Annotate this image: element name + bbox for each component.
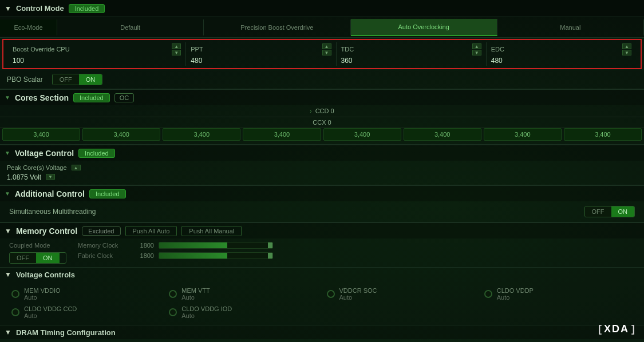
voltage-control-header: ▼ Voltage Control Included: [0, 145, 644, 161]
xda-bracket-right: ]: [631, 323, 635, 335]
smt-off-btn[interactable]: OFF: [585, 206, 611, 217]
core-values-row: 3,400 3,400 3,400 3,400 3,400 3,400 3,40…: [0, 128, 644, 144]
volt-ctrl-mem-vddio: MEM VDDIO Auto: [7, 285, 164, 303]
coupled-on-btn[interactable]: ON: [36, 253, 60, 263]
ppt-up[interactable]: ▲: [322, 43, 331, 49]
cores-title: Cores Section: [15, 93, 69, 102]
additional-badge[interactable]: Included: [89, 189, 126, 198]
volt-circle-3: [484, 290, 492, 298]
edc-value: 480: [491, 57, 631, 65]
ppt-cell: PPT ▲ ▼ 480: [186, 42, 336, 66]
additional-content: Simultaneous Multithreading OFF ON: [0, 201, 644, 222]
boost-cpu-up[interactable]: ▲: [172, 43, 181, 49]
dram-title: DRAM Timing Configuration: [16, 328, 116, 337]
boost-override-row: Boost Override CPU ▲ ▼ 100 PPT ▲ ▼ 480: [2, 39, 642, 69]
pbo-scalar-row: PBO Scalar OFF ON: [0, 70, 644, 89]
ccx-label: CCX 0: [313, 119, 331, 126]
cores-badge[interactable]: Included: [73, 93, 110, 102]
volt-circle-2: [327, 290, 335, 298]
boost-cpu-down[interactable]: ▼: [172, 50, 181, 55]
boost-cpu-value: 100: [13, 57, 181, 65]
volt-name-0: MEM VDDIO: [24, 287, 61, 294]
memory-title: Memory Control: [16, 226, 77, 236]
ppt-spinners: ▲ ▼: [322, 43, 331, 55]
control-mode-badge[interactable]: Included: [69, 4, 105, 13]
pbo-toggle: OFF ON: [52, 74, 103, 85]
volt-name-2: VDDCR SOC: [339, 287, 377, 294]
push-all-manual-btn[interactable]: Push All Manual: [181, 226, 242, 236]
volt-ctrl-chevron[interactable]: ▼: [5, 271, 11, 279]
volt-val-2: Auto: [339, 294, 377, 301]
volt-ctrl-cldo-vddp: CLDO VDDP Auto: [480, 285, 637, 303]
ccx-row: CCX 0: [0, 117, 644, 128]
pbo-scalar-label: PBO Scalar: [7, 75, 43, 83]
fabric-clock-value: 1800: [134, 252, 154, 259]
coupled-label: Coupled Mode: [9, 242, 66, 249]
fabric-clock-slider[interactable]: [159, 252, 273, 259]
edc-up[interactable]: ▲: [622, 43, 631, 49]
mode-pbo[interactable]: Precision Boost Overdrive: [204, 19, 350, 35]
ppt-down[interactable]: ▼: [322, 50, 331, 55]
voltage-down[interactable]: ▼: [46, 174, 55, 180]
voltage-spinners: ▲: [72, 165, 81, 170]
ccd-label: CCD 0: [315, 108, 334, 114]
dram-chevron[interactable]: ▼: [5, 328, 11, 336]
edc-down[interactable]: ▼: [622, 50, 631, 55]
mem-clock-value: 1800: [134, 242, 154, 249]
volt-val-4: Auto: [24, 312, 77, 319]
core-val-3[interactable]: 3,400: [243, 128, 321, 141]
mode-manual[interactable]: Manual: [497, 19, 644, 35]
fabric-clock-label: Fabric Clock: [78, 252, 129, 259]
voltage-chevron[interactable]: ▼: [5, 150, 10, 156]
core-val-7[interactable]: 3,400: [564, 128, 642, 141]
volt-val-5: Auto: [181, 312, 232, 319]
xda-text: XDA: [604, 323, 629, 335]
ccd-chevron[interactable]: ›: [310, 108, 311, 114]
control-mode-title: Control Mode: [16, 4, 64, 13]
voltage-content: Peak Core(s) Voltage ▲ 1.0875 Volt ▼: [0, 161, 644, 185]
memory-controls-content: Coupled Mode OFF ON Memory Clock 1800 Fa…: [0, 238, 644, 268]
voltage-up[interactable]: ▲: [72, 165, 81, 170]
dram-timing-row: ▼ DRAM Timing Configuration: [0, 325, 644, 339]
volt-ctrl-cldo-vddg-ccd: CLDO VDDG CCD Auto: [7, 303, 164, 321]
voltage-badge[interactable]: Included: [78, 149, 115, 158]
push-all-auto-btn[interactable]: Push All Auto: [125, 226, 177, 236]
tdc-up[interactable]: ▲: [472, 43, 481, 49]
core-val-0[interactable]: 3,400: [2, 128, 80, 141]
ccd-row: › CCD 0: [0, 105, 644, 117]
core-val-4[interactable]: 3,400: [323, 128, 401, 141]
smt-row: Simultaneous Multithreading OFF ON: [9, 206, 635, 217]
cores-content: › CCD 0 CCX 0 3,400 3,400 3,400 3,400 3,…: [0, 105, 644, 145]
mode-auto[interactable]: Auto Overclocking: [351, 19, 497, 36]
mode-eco[interactable]: Eco-Mode: [0, 19, 57, 35]
coupled-off-btn[interactable]: OFF: [10, 253, 36, 263]
pbo-off-btn[interactable]: OFF: [53, 74, 79, 85]
volt-circle-0: [11, 290, 19, 298]
additional-chevron[interactable]: ▼: [5, 190, 10, 197]
boost-cpu-label: Boost Override CPU: [13, 46, 70, 53]
mem-clock-slider[interactable]: [159, 242, 273, 249]
mode-default[interactable]: Default: [57, 19, 204, 35]
volt-name-4: CLDO VDDG CCD: [24, 305, 77, 312]
cores-oc-badge[interactable]: OC: [114, 93, 135, 102]
volt-name-1: MEM VTT: [181, 287, 210, 294]
core-val-6[interactable]: 3,400: [484, 128, 562, 141]
coupled-toggle: OFF ON: [9, 252, 66, 264]
peak-voltage-value: 1.0875 Volt: [7, 173, 41, 181]
smt-on-btn[interactable]: ON: [611, 206, 635, 217]
coupled-mode-section: Coupled Mode OFF ON: [9, 242, 66, 264]
control-mode-header: ▼ Control Mode Included: [0, 0, 644, 17]
core-val-5[interactable]: 3,400: [404, 128, 481, 141]
core-val-2[interactable]: 3,400: [163, 128, 240, 141]
memory-chevron[interactable]: ▼: [5, 227, 11, 235]
cores-chevron[interactable]: ▼: [5, 94, 10, 101]
tdc-down[interactable]: ▼: [472, 50, 481, 55]
core-val-1[interactable]: 3,400: [82, 128, 160, 141]
memory-badge[interactable]: Excluded: [82, 226, 120, 236]
volt-circle-5: [169, 308, 177, 316]
voltage-controls-section: ▼ Voltage Controls MEM VDDIO Auto MEM VT…: [0, 268, 644, 325]
control-mode-chevron[interactable]: ▼: [5, 5, 11, 13]
volt-val-3: Auto: [497, 294, 534, 301]
pbo-on-btn[interactable]: ON: [79, 74, 102, 85]
volt-val-1: Auto: [181, 294, 210, 301]
